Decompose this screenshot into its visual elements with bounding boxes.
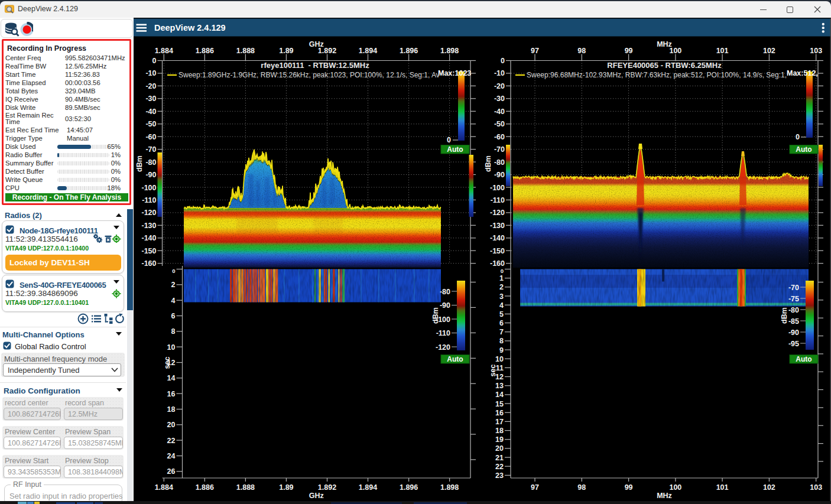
svg-text:20: 20	[495, 444, 504, 453]
svg-text:dBm: dBm	[135, 155, 144, 172]
svg-text:1.896: 1.896	[400, 483, 418, 492]
svg-text:97: 97	[531, 47, 539, 55]
svg-text:101: 101	[716, 47, 729, 55]
svg-text:102: 102	[763, 47, 775, 55]
svg-text:1: 1	[499, 274, 504, 282]
svg-text:14: 14	[495, 391, 504, 399]
svg-text:10: 10	[495, 355, 504, 363]
svg-text:15: 15	[495, 400, 504, 408]
svg-text:Auto: Auto	[447, 355, 463, 363]
svg-text:-110: -110	[491, 196, 505, 204]
svg-text:Auto: Auto	[447, 145, 463, 154]
svg-text:1.898: 1.898	[440, 483, 459, 492]
svg-text:-30: -30	[494, 95, 505, 103]
svg-text:-50: -50	[494, 120, 505, 128]
svg-text:-130: -130	[141, 222, 156, 230]
svg-text:-40: -40	[494, 108, 505, 116]
svg-text:13: 13	[495, 382, 504, 390]
svg-text:-80: -80	[494, 158, 505, 167]
svg-text:17: 17	[495, 418, 504, 426]
svg-text:-80: -80	[440, 288, 450, 296]
svg-text:7: 7	[499, 328, 504, 336]
svg-text:1.898: 1.898	[440, 47, 459, 55]
svg-text:-90: -90	[440, 301, 450, 310]
svg-text:8: 8	[171, 327, 176, 336]
svg-text:-30: -30	[145, 95, 156, 103]
svg-text:8: 8	[499, 337, 504, 345]
svg-text:16: 16	[495, 409, 504, 417]
svg-text:1.894: 1.894	[359, 47, 377, 55]
svg-text:RFEYE400065 - RTBW:6.25MHz: RFEYE400065 - RTBW:6.25MHz	[607, 61, 722, 70]
svg-text:-50: -50	[145, 120, 156, 128]
svg-text:-80: -80	[788, 306, 799, 314]
svg-text:22: 22	[495, 463, 504, 471]
svg-text:1.89: 1.89	[279, 47, 293, 55]
svg-text:-90: -90	[145, 171, 156, 179]
svg-text:16: 16	[167, 390, 176, 398]
svg-text:1.884: 1.884	[155, 47, 173, 55]
svg-text:Auto: Auto	[796, 145, 811, 154]
svg-text:GHz: GHz	[309, 492, 324, 500]
svg-text:103: 103	[810, 483, 822, 492]
svg-text:18: 18	[495, 427, 504, 435]
svg-text:101: 101	[716, 483, 729, 492]
svg-text:1.886: 1.886	[196, 483, 214, 492]
svg-text:MHz: MHz	[657, 40, 672, 48]
svg-text:dBm: dBm	[780, 307, 788, 324]
svg-text:97: 97	[531, 483, 539, 492]
svg-text:-90: -90	[788, 329, 799, 337]
svg-text:-110: -110	[142, 196, 156, 204]
svg-text:dBm: dBm	[484, 155, 492, 172]
svg-text:-70: -70	[145, 145, 156, 154]
svg-text:-40: -40	[145, 108, 156, 116]
svg-text:4: 4	[171, 297, 176, 305]
svg-text:-140: -140	[141, 234, 156, 242]
svg-text:1.896: 1.896	[400, 47, 418, 55]
svg-text:22: 22	[167, 437, 176, 445]
svg-text:-70: -70	[788, 284, 799, 292]
svg-text:-150: -150	[141, 247, 156, 255]
svg-text:2: 2	[499, 283, 504, 291]
svg-text:-150: -150	[490, 247, 505, 255]
svg-text:26: 26	[167, 467, 176, 476]
svg-text:0: 0	[501, 268, 504, 274]
svg-text:98: 98	[577, 483, 586, 492]
svg-text:24: 24	[167, 452, 176, 460]
svg-text:1.888: 1.888	[236, 47, 255, 55]
svg-text:103: 103	[810, 47, 822, 55]
svg-text:-20: -20	[145, 82, 156, 90]
svg-text:99: 99	[625, 47, 633, 55]
svg-text:99: 99	[625, 483, 633, 492]
svg-text:-120: -120	[436, 343, 450, 352]
svg-text:-85: -85	[788, 317, 799, 326]
svg-text:-60: -60	[494, 133, 505, 141]
svg-text:Sweep:1.89GHz-1.9GHz, RBW:15.2: Sweep:1.89GHz-1.9GHz, RBW:15.26kHz, peak…	[178, 71, 440, 79]
svg-text:-10: -10	[145, 69, 156, 77]
svg-text:6: 6	[171, 312, 176, 320]
svg-text:3: 3	[499, 292, 504, 301]
svg-text:0: 0	[447, 136, 451, 144]
svg-text:98: 98	[577, 47, 586, 55]
svg-text:-60: -60	[145, 133, 156, 141]
svg-text:-70: -70	[494, 145, 505, 154]
svg-text:9: 9	[499, 346, 504, 355]
svg-text:1.892: 1.892	[318, 483, 336, 492]
svg-text:18: 18	[167, 405, 176, 414]
svg-text:-120: -120	[141, 209, 156, 217]
svg-text:-75: -75	[788, 295, 799, 303]
svg-text:1.886: 1.886	[196, 47, 214, 55]
svg-text:2: 2	[171, 281, 176, 289]
svg-text:-120: -120	[490, 209, 505, 217]
svg-text:0: 0	[172, 268, 175, 274]
svg-text:0: 0	[152, 57, 157, 65]
svg-text:-95: -95	[788, 340, 799, 348]
svg-text:0: 0	[796, 133, 800, 141]
svg-text:dBm: dBm	[431, 307, 440, 324]
svg-text:4: 4	[499, 301, 504, 310]
svg-text:-100: -100	[141, 184, 156, 192]
svg-text:-90: -90	[494, 171, 505, 179]
svg-text:-20: -20	[494, 82, 505, 90]
svg-text:5: 5	[499, 310, 504, 318]
svg-text:-80: -80	[145, 158, 156, 167]
svg-text:14: 14	[167, 374, 176, 382]
